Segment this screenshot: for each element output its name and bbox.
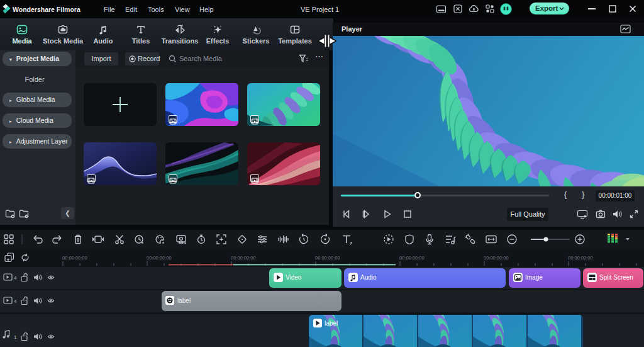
svg-text:00:00:00:00: 00:00:00:00 — [484, 255, 509, 261]
svg-text:1: 1 — [14, 334, 17, 340]
svg-text:00:00:00:00: 00:00:00:00 — [62, 255, 87, 261]
svg-text:00:00:00:00: 00:00:00:00 — [315, 255, 340, 261]
svg-text:00:00:00:00: 00:00:00:00 — [568, 255, 593, 261]
svg-text:00:00:00:00: 00:00:00:00 — [399, 255, 425, 261]
svg-text:00:00:00:00: 00:00:00:00 — [147, 255, 172, 261]
svg-text:00:00:00:00: 00:00:00:00 — [231, 255, 256, 261]
svg-text:4: 4 — [14, 275, 17, 281]
